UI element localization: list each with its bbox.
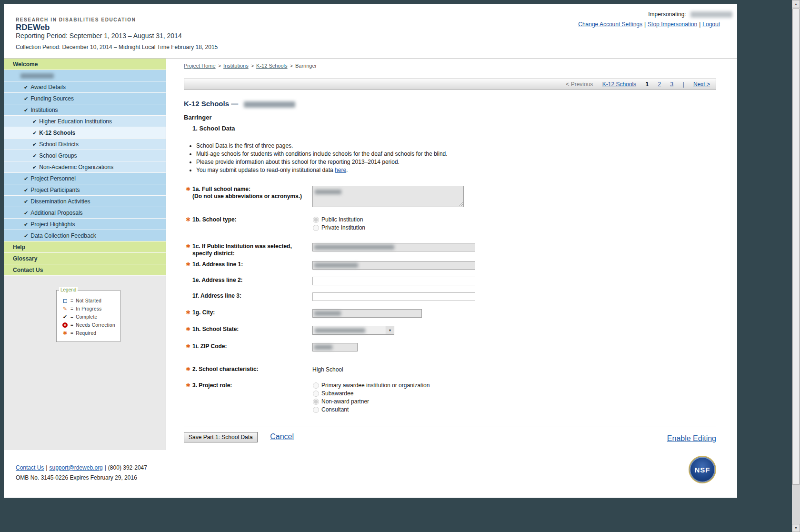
district-input[interactable] [312, 243, 475, 251]
pagination-bar: < Previous K-12 Schools 1 2 3 | Next > [184, 79, 716, 90]
footer-contact-line: Contact Us|support@rdeweb.org|(800) 392-… [16, 464, 737, 471]
impersonating-label: Impersonating: [648, 11, 686, 18]
school-name: Barringer [184, 114, 716, 121]
sidebar-item-award-details[interactable]: ✔Award Details [4, 81, 166, 93]
sidebar-item-project-highlights[interactable]: ✔Project Highlights [4, 219, 166, 230]
sidebar-item-k12-schools[interactable]: ✔K-12 Schools [4, 127, 166, 139]
form-row-1h: ✱ 1h. School State: ▼ [186, 326, 716, 335]
next-link[interactable]: Next > [693, 81, 710, 88]
breadcrumb-project-home[interactable]: Project Home [184, 63, 216, 69]
enable-editing-link[interactable]: Enable Editing [667, 434, 716, 443]
sidebar-item-non-academic-organizations[interactable]: ✔Non-Academic Organizations [4, 161, 166, 173]
breadcrumb-k12-schools[interactable]: K-12 Schools [256, 63, 287, 69]
resize-grip-icon[interactable] [458, 201, 463, 206]
check-icon: ✔ [32, 141, 37, 147]
chevron-down-icon[interactable]: ▼ [386, 326, 394, 334]
project-role-primary-awardee-radio[interactable] [313, 382, 319, 389]
scroll-up-icon[interactable]: ▲ [792, 0, 800, 8]
sidebar-item-project-participants[interactable]: ✔Project Participants [4, 184, 166, 196]
breadcrumb: Project Home>Institutions>K-12 Schools>B… [184, 63, 716, 69]
project-role-consultant-radio[interactable] [313, 407, 319, 413]
full-school-name-textarea[interactable] [312, 186, 464, 207]
scroll-down-icon[interactable]: ▼ [792, 524, 800, 532]
zip-code-input[interactable] [312, 343, 358, 351]
check-icon: ✔ [24, 210, 28, 216]
city-value-redacted [314, 311, 341, 316]
sidebar-item-award-number[interactable] [4, 70, 166, 81]
in-progress-icon: ✎ [63, 306, 68, 312]
scrollbar-thumb[interactable] [792, 9, 800, 485]
sidebar-item-higher-education-institutions[interactable]: ✔Higher Education Institutions [4, 116, 166, 127]
field-label-1f: 1f. Address line 3: [192, 292, 241, 301]
here-link[interactable]: here [335, 167, 346, 173]
project-role-non-award-partner-radio[interactable] [313, 399, 319, 405]
field-label-3: 3. Project role: [192, 382, 232, 414]
address-line2-input[interactable] [312, 277, 475, 285]
pager-page-2-link[interactable]: 2 [658, 81, 661, 88]
scrollbar[interactable]: ▲ ▼ [792, 0, 800, 532]
award-number-redacted [20, 73, 54, 79]
sidebar-item-project-personnel[interactable]: ✔Project Personnel [4, 173, 166, 184]
check-icon: ✔ [24, 187, 28, 193]
district-value-redacted [314, 245, 394, 250]
sidebar-item-glossary[interactable]: Glossary [4, 253, 166, 264]
sidebar: Welcome ✔Award Details ✔Funding Sources … [4, 59, 166, 450]
app-title: RDEWeb [16, 23, 50, 32]
legend-item-required: ✱ = Required [62, 329, 116, 337]
sidebar-item-welcome[interactable]: Welcome [4, 59, 166, 70]
school-characteristic-value: High School [312, 366, 716, 373]
form-row-1b: ✱ 1b. School type: Public Institution Pr… [186, 216, 716, 232]
check-icon: ✔ [32, 164, 37, 170]
check-icon: ✔ [24, 84, 28, 90]
pager-current-page: 1 [645, 81, 649, 88]
state-value-redacted [315, 328, 365, 333]
sidebar-item-school-districts[interactable]: ✔School Districts [4, 139, 166, 150]
breadcrumb-institutions[interactable]: Institutions [223, 63, 249, 69]
footer-support-email-link[interactable]: support@rdeweb.org [49, 464, 102, 471]
save-button[interactable]: Save Part 1: School Data [184, 432, 258, 442]
city-input[interactable] [312, 309, 422, 318]
state-select[interactable]: ▼ [312, 326, 394, 335]
sidebar-item-school-groups[interactable]: ✔School Groups [4, 150, 166, 161]
sidebar-item-dissemination-activities[interactable]: ✔Dissemination Activities [4, 196, 166, 207]
legend-title: Legend [59, 287, 78, 292]
cancel-link[interactable]: Cancel [270, 432, 294, 441]
check-icon: ✔ [24, 233, 28, 239]
stop-impersonation-link[interactable]: Stop Impersonation [648, 21, 697, 28]
school-type-public-radio[interactable] [313, 217, 319, 223]
form-actions: Save Part 1: School Data Cancel Enable E… [184, 432, 716, 448]
sidebar-item-contact-us[interactable]: Contact Us [4, 264, 166, 276]
omb-notice: OMB No. 3145-0226 Expires February 29, 2… [16, 474, 737, 481]
address-line3-input[interactable] [312, 292, 475, 301]
field-label-1h: 1h. School State: [192, 326, 239, 335]
pager-group-link[interactable]: K-12 Schools [602, 81, 636, 88]
address-line1-input[interactable] [312, 261, 475, 270]
field-label-1e: 1e. Address line 2: [192, 277, 243, 285]
nsf-logo: NSF [689, 456, 716, 483]
previous-link[interactable]: < Previous [566, 81, 593, 88]
field-label-2: 2. School characteristic: [192, 366, 259, 373]
footer-contact-us-link[interactable]: Contact Us [16, 464, 44, 471]
impersonating-value-redacted [690, 11, 732, 18]
field-label-1d: 1d. Address line 1: [192, 261, 243, 270]
required-icon: ✱ [186, 216, 192, 232]
required-icon: ✱ [186, 309, 192, 318]
form-row-3: ✱ 3. Project role: Primary awardee insti… [186, 382, 716, 414]
sidebar-item-funding-sources[interactable]: ✔Funding Sources [4, 93, 166, 104]
sidebar-item-data-collection-feedback[interactable]: ✔Data Collection Feedback [4, 230, 166, 241]
complete-icon: ✔ [63, 314, 68, 320]
school-type-private-radio[interactable] [313, 225, 319, 231]
project-role-subawardee-radio[interactable] [313, 391, 319, 397]
instruction-item: You may submit updates to read-only inst… [196, 167, 716, 173]
sidebar-item-institutions[interactable]: ✔Institutions [4, 104, 166, 116]
change-account-settings-link[interactable]: Change Account Settings [578, 21, 642, 28]
sidebar-item-additional-proposals[interactable]: ✔Additional Proposals [4, 207, 166, 219]
sidebar-item-help[interactable]: Help [4, 241, 166, 253]
pager-page-3-link[interactable]: 3 [670, 81, 673, 88]
check-icon: ✔ [32, 153, 37, 159]
check-icon: ✔ [24, 176, 28, 181]
legend-item-complete: ✔ = Complete [62, 313, 116, 321]
form-row-2: ✱ 2. School characteristic: High School [186, 366, 716, 373]
form-row-1i: ✱ 1i. ZIP Code: [186, 343, 716, 351]
logout-link[interactable]: Logout [702, 21, 720, 28]
